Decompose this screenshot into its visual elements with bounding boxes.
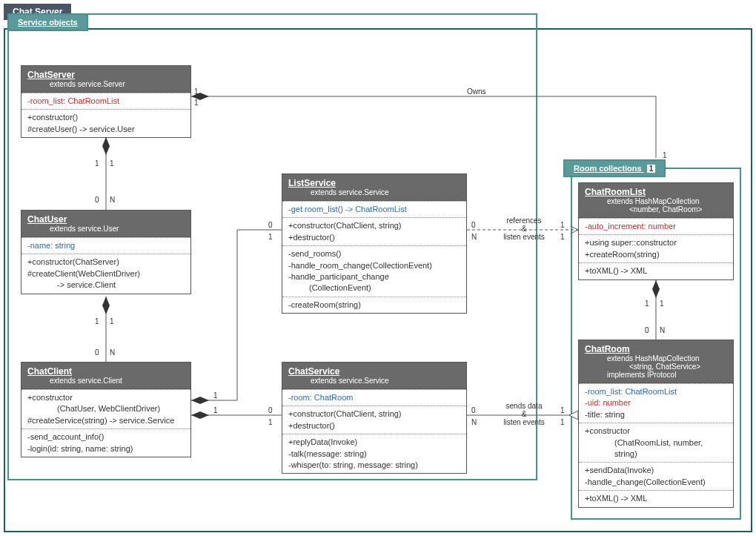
mult: 1 (213, 406, 218, 414)
mult: 0 (95, 348, 99, 357)
method: +constructor(ChatServer) (27, 257, 185, 268)
l2: & (498, 225, 550, 233)
method: -send_account_info() (27, 431, 185, 443)
method: -whisper(to: string, message: string) (288, 460, 460, 471)
class-methods: +constructor (ChatRoomList, number, stri… (579, 423, 733, 462)
l2: & (498, 410, 550, 418)
rel-sends: sends data & listen events (498, 402, 550, 426)
class-extends: extends HashMapCollection (607, 197, 727, 205)
class-methods: +constructor(ChatClient, string) +destru… (282, 217, 466, 245)
mult: N (110, 196, 115, 204)
mult: 1 (560, 233, 565, 241)
class-header: ChatUser extends service.User (21, 211, 190, 237)
class-extends: extends service.Client (50, 377, 185, 385)
class-extends: extends service.User (50, 225, 185, 233)
method: -talk(message: string) (288, 449, 460, 460)
method: #createClient(WebClientDriver) (27, 268, 185, 279)
package-title-room: Room collections 1 (563, 159, 666, 177)
class-methods2: -send_rooms() -handle_room_change(Collec… (282, 245, 466, 297)
method: -send_rooms() (288, 248, 460, 259)
package-title-service: Service objects (7, 13, 88, 31)
class-attrs: -auto_increment: number (579, 218, 733, 234)
attr: -uid: number (585, 397, 727, 408)
class-name: ChatService (288, 366, 460, 377)
class-header: ChatClient extends service.Client (21, 363, 190, 389)
rel-owns: Owns (467, 87, 486, 96)
method: #createService(string) -> service.Servic… (27, 415, 185, 426)
mult: 0 (268, 221, 273, 229)
class-listservice: ListService extends service.Service -get… (282, 173, 467, 314)
class-name: ListService (288, 178, 460, 188)
mult: 0 (471, 406, 476, 414)
mult: 1 (110, 317, 114, 325)
class-methods: +constructor(ChatServer) #createClient(W… (21, 254, 190, 293)
class-chatroom: ChatRoom extends HashMapCollection <stri… (578, 340, 734, 508)
attr: -room: ChatRoom (288, 392, 460, 403)
method: +constructor (585, 426, 727, 437)
class-header: ListService extends service.Service (282, 174, 466, 201)
l1: sends data (498, 402, 550, 410)
attr: -get room_list() -> ChatRoomList (288, 204, 460, 215)
method: +toXML() -> XML (585, 493, 727, 504)
method-cont: (ChatUser, WebClientDriver) (57, 403, 185, 414)
class-chatservice: ChatService extends service.Service -roo… (282, 362, 467, 474)
class-generic: <number, ChatRoom> (629, 205, 727, 214)
class-attrs: -room_list: ChatRoomList -uid: number -t… (579, 383, 733, 423)
mult: 1 (110, 159, 114, 168)
mult: 1 (560, 418, 565, 426)
method: +destructor() (288, 232, 460, 243)
attr: -name: string (27, 240, 185, 251)
class-name: ChatClient (27, 366, 185, 377)
mult: 1 (268, 418, 273, 426)
class-header: ChatServer extends service.Server (21, 66, 190, 93)
method: +destructor() (288, 420, 460, 431)
method-cont: (CollectionEvent) (309, 282, 460, 294)
rel-refs: references & listen events (498, 216, 550, 241)
mult: N (471, 233, 477, 241)
mult: 1 (95, 317, 99, 325)
class-methods: +constructor (ChatUser, WebClientDriver)… (21, 389, 190, 429)
class-extends: extends HashMapCollection (607, 354, 727, 363)
attr: -room_list: ChatRoomList (585, 386, 727, 397)
mult: N (110, 348, 115, 357)
l3: listen events (498, 233, 550, 241)
mult: 0 (268, 406, 273, 414)
class-generic: <string, ChatService> (629, 363, 727, 371)
mult: 1 (560, 221, 565, 229)
method: +toXML() -> XML (585, 265, 727, 277)
class-methods: +using super::constructor +createRoom(st… (579, 234, 733, 262)
class-methods2: -send_account_info() -login(id: string, … (21, 429, 190, 457)
mult: 0 (645, 326, 649, 334)
mult: 1 (213, 391, 218, 400)
method: +createRoom(string) (585, 249, 727, 260)
class-methods2: +replyData(Invoke) -talk(message: string… (282, 434, 466, 473)
class-methods2: +toXML() -> XML (579, 262, 733, 279)
class-extends: extends service.Service (311, 188, 460, 196)
mult: 0 (471, 221, 476, 229)
mult: 1 (194, 99, 199, 107)
mult: 1 (560, 406, 565, 414)
method: -handle_participant_change (288, 271, 460, 282)
method: +using super::constructor (585, 237, 727, 248)
class-methods2: +sendData(Invoke) -handle_change(Collect… (579, 462, 733, 490)
mult: N (471, 418, 477, 426)
attr: -title: string (585, 409, 727, 420)
class-extends: extends service.Service (311, 377, 460, 385)
method: -login(id: string, name: string) (27, 443, 185, 454)
class-attrs: -room: ChatRoom (282, 389, 466, 406)
room-title-text: Room collections (574, 164, 642, 173)
class-name: ChatUser (27, 214, 185, 225)
class-methods3: -createRoom(string) (282, 297, 466, 313)
attr: -room_list: ChatRoomList (27, 96, 185, 107)
mult: 1 (663, 151, 667, 159)
method: +sendData(Invoke) (585, 465, 727, 476)
class-name: ChatRoomList (585, 187, 727, 197)
l3: listen events (498, 418, 550, 426)
mult: 1 (660, 300, 664, 308)
method: #createUser() -> service.User (27, 124, 185, 135)
method: +constructor() (27, 112, 185, 123)
mult: N (660, 326, 665, 334)
mult: 1 (194, 87, 199, 96)
method: -createRoom(string) (288, 300, 460, 311)
class-attrs: -get room_list() -> ChatRoomList (282, 201, 466, 217)
